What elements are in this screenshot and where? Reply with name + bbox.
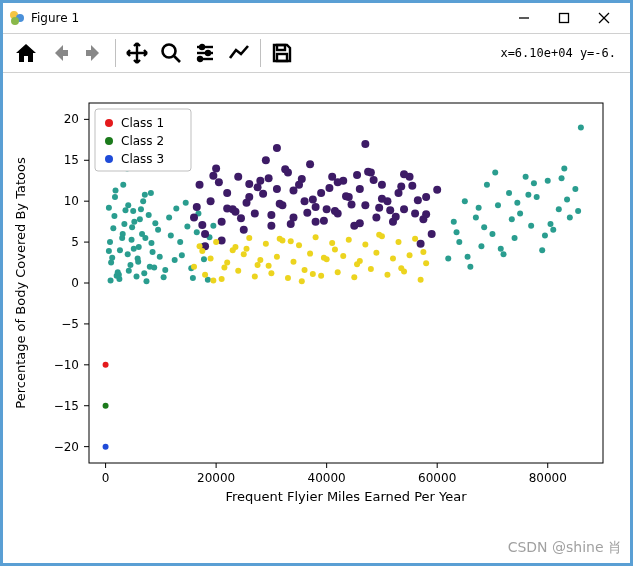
scatter-point xyxy=(246,235,252,241)
scatter-point xyxy=(161,274,167,280)
scatter-point xyxy=(334,178,342,186)
scatter-point xyxy=(364,168,372,176)
svg-point-10 xyxy=(200,45,204,49)
scatter-point xyxy=(277,236,283,242)
scatter-point xyxy=(150,249,156,255)
scatter-point xyxy=(298,175,306,183)
scatter-point xyxy=(121,221,127,227)
scatter-point xyxy=(408,182,416,190)
svg-point-14 xyxy=(198,57,202,61)
scatter-point xyxy=(428,230,436,238)
scatter-point xyxy=(356,185,364,193)
scatter-point xyxy=(317,189,325,197)
figure-canvas[interactable]: 020000400006000080000 −20−15−10−50510152… xyxy=(3,73,630,563)
configure-subplots-button[interactable] xyxy=(188,36,222,70)
window-maximize-button[interactable] xyxy=(544,4,584,32)
scatter-point xyxy=(575,208,581,214)
scatter-point xyxy=(131,246,137,252)
scatter-point xyxy=(141,270,147,276)
scatter-point xyxy=(127,262,133,268)
svg-point-12 xyxy=(206,51,210,55)
scatter-point xyxy=(177,239,183,245)
x-tick-label: 40000 xyxy=(308,471,346,485)
scatter-point xyxy=(398,265,404,271)
scatter-point xyxy=(312,218,320,226)
window-close-button[interactable] xyxy=(584,4,624,32)
scatter-point xyxy=(103,362,109,368)
scatter-point xyxy=(234,173,242,181)
scatter-point xyxy=(390,255,396,261)
scatter-point xyxy=(321,255,327,261)
scatter-point xyxy=(251,209,259,217)
svg-rect-4 xyxy=(560,14,569,23)
scatter-point xyxy=(254,183,262,191)
scatter-point xyxy=(219,276,225,282)
toolbar-separator xyxy=(260,39,261,67)
scatter-point xyxy=(201,230,209,238)
scatter-point xyxy=(276,200,284,208)
scatter-point xyxy=(152,220,158,226)
scatter-point xyxy=(207,197,215,205)
scatter-point xyxy=(140,198,146,204)
legend: Class 1Class 2Class 3 xyxy=(95,109,191,171)
scatter-point xyxy=(361,140,369,148)
scatter-point xyxy=(232,244,238,250)
toolbar-separator xyxy=(115,39,116,67)
scatter-point xyxy=(418,277,424,283)
scatter-point xyxy=(320,217,328,225)
zoom-button[interactable] xyxy=(154,36,188,70)
pan-button[interactable] xyxy=(120,36,154,70)
scatter-point xyxy=(191,264,197,270)
scatter-point xyxy=(113,188,119,194)
scatter-point xyxy=(168,233,174,239)
x-axis-label: Frequent Flyier Miles Earned Per Year xyxy=(225,489,467,504)
scatter-point xyxy=(372,214,380,222)
scatter-plot[interactable]: 020000400006000080000 −20−15−10−50510152… xyxy=(3,73,630,563)
scatter-point xyxy=(346,237,352,243)
back-button[interactable] xyxy=(43,36,77,70)
scatter-point xyxy=(193,203,201,211)
scatter-point xyxy=(376,232,382,238)
app-icon xyxy=(9,10,25,26)
scatter-point xyxy=(335,269,341,275)
scatter-point xyxy=(411,209,419,217)
scatter-point xyxy=(523,174,529,180)
scatter-point xyxy=(266,263,272,269)
scatter-point xyxy=(353,171,361,179)
scatter-point xyxy=(173,206,179,212)
scatter-point xyxy=(301,197,309,205)
home-button[interactable] xyxy=(9,36,43,70)
save-button[interactable] xyxy=(265,36,299,70)
scatter-point xyxy=(578,125,584,131)
scatter-point xyxy=(556,206,562,212)
window-minimize-button[interactable] xyxy=(504,4,544,32)
scatter-point xyxy=(137,216,143,222)
scatter-point xyxy=(190,275,196,281)
scatter-point xyxy=(148,240,154,246)
scatter-point xyxy=(318,273,324,279)
window-titlebar: Figure 1 xyxy=(3,3,630,33)
scatter-point xyxy=(454,229,460,235)
scatter-point xyxy=(111,213,117,219)
scatter-point xyxy=(386,206,394,214)
scatter-point xyxy=(244,246,250,252)
scatter-point xyxy=(528,223,534,229)
scatter-point xyxy=(325,184,333,192)
legend-label: Class 1 xyxy=(121,116,164,130)
scatter-point xyxy=(328,173,336,181)
scatter-point xyxy=(420,249,426,255)
scatter-point xyxy=(202,272,208,278)
scatter-point xyxy=(465,254,471,260)
edit-axes-button[interactable] xyxy=(222,36,256,70)
scatter-point xyxy=(237,214,245,222)
scatter-point xyxy=(231,208,239,216)
scatter-point xyxy=(146,212,152,218)
scatter-point xyxy=(259,190,267,198)
scatter-point xyxy=(525,192,531,198)
svg-point-2 xyxy=(11,17,19,25)
x-tick-label: 60000 xyxy=(418,471,456,485)
scatter-point xyxy=(103,444,109,450)
scatter-point xyxy=(103,403,109,409)
forward-button[interactable] xyxy=(77,36,111,70)
scatter-point xyxy=(148,190,154,196)
